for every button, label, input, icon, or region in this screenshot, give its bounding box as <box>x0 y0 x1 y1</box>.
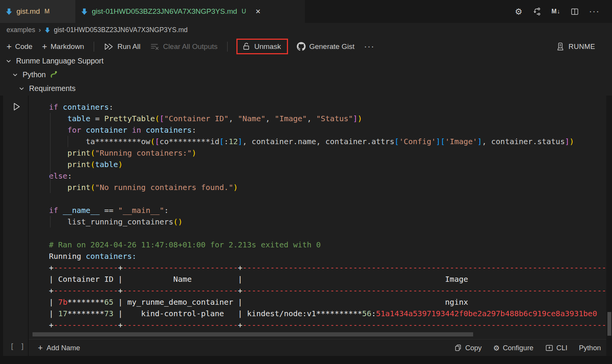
code-token: ( <box>173 217 178 226</box>
code-token: 73 <box>104 309 114 318</box>
code-token: "Name" <box>238 114 265 123</box>
code-line: | 7b********65 | my_runme_demo_container… <box>49 296 606 308</box>
close-icon[interactable]: ✕ <box>255 8 260 16</box>
unmask-button[interactable]: Unmask <box>242 42 281 51</box>
tab-gist-md[interactable]: gist.md M <box>0 0 75 23</box>
code-line: print("No running containers found.") <box>49 182 606 193</box>
code-token: | <box>49 309 58 318</box>
github-icon <box>297 42 306 51</box>
cli-button[interactable]: CLI <box>545 344 568 352</box>
session-sync-icon[interactable] <box>532 7 542 16</box>
plus-icon: + <box>38 343 43 353</box>
generate-gist-button[interactable]: Generate Gist <box>297 42 354 51</box>
code-token <box>99 206 104 215</box>
markdown-preview-icon[interactable]: M↓ <box>552 8 560 15</box>
settings-gear-icon[interactable]: ⚙ <box>515 7 522 16</box>
output-horizontal-scrollbar[interactable] <box>33 332 473 336</box>
code-line: | 17********73 | kind-control-plane | ki… <box>49 308 606 319</box>
code-token: 'Image' <box>445 137 477 146</box>
code-line <box>49 227 606 239</box>
vertical-scrollbar-thumb[interactable] <box>607 312 611 336</box>
section-runme-language-support[interactable]: Runme Language Support <box>5 54 104 67</box>
section-python[interactable]: Python <box>12 68 58 81</box>
code-token: for <box>67 125 81 135</box>
code-line: table = PrettyTable(["Container ID", "Na… <box>49 113 606 124</box>
indent-guide <box>68 136 68 147</box>
code-token: 17 <box>58 309 67 318</box>
add-markdown-button[interactable]: + Markdown <box>42 42 84 51</box>
code-token: + <box>238 320 243 330</box>
code-token: ( <box>155 114 160 123</box>
split-editor-icon[interactable] <box>570 7 579 16</box>
window-bottom-margin <box>0 356 612 364</box>
clear-all-outputs-label: Clear All Outputs <box>163 42 218 51</box>
toolbar-more-icon[interactable]: ··· <box>364 45 375 49</box>
code-token: ********** <box>316 309 362 318</box>
code-token: : <box>192 125 196 135</box>
code-token: | my_runme_demo_container | <box>114 297 243 307</box>
code-token: ) <box>233 183 238 192</box>
code-token: in <box>132 125 141 135</box>
code-token: 'Config' <box>399 137 436 146</box>
section-label: Runme Language Support <box>16 57 104 65</box>
code-token: 12 <box>229 137 238 146</box>
add-code-button[interactable]: + Code <box>7 42 33 51</box>
more-actions-icon[interactable]: ··· <box>589 10 600 13</box>
runme-file-icon <box>5 8 13 15</box>
vertical-scrollbar-track[interactable] <box>606 96 612 356</box>
code-token: ta**********ow <box>86 137 150 146</box>
code-line: print("Running containers:") <box>49 147 606 159</box>
code-token <box>141 125 146 135</box>
add-name-button[interactable]: + Add Name <box>38 343 80 353</box>
copy-label: Copy <box>465 344 482 352</box>
chevron-down-icon[interactable] <box>18 85 25 92</box>
tab-label: gist-01HWD053BZ23JN6VA7X3NGP3YS.md <box>92 7 237 16</box>
red-annotation-box: Unmask <box>236 39 288 54</box>
code-token: : <box>164 206 169 215</box>
chevron-down-icon[interactable] <box>12 72 18 78</box>
toolbar-divider <box>227 42 228 52</box>
configure-button[interactable]: ⚙ Configure <box>493 344 533 352</box>
copy-button[interactable]: Copy <box>454 344 482 352</box>
code-token: ******** <box>67 309 104 318</box>
run-cell-button[interactable] <box>11 101 22 112</box>
code-token: ] <box>238 137 243 146</box>
chevron-down-icon[interactable] <box>5 58 12 64</box>
code-token: ] <box>565 137 570 146</box>
breadcrumb-separator-icon: › <box>39 26 41 34</box>
code-token: 56 <box>362 309 371 318</box>
language-label: Python <box>579 344 601 352</box>
code-token <box>243 275 445 284</box>
language-picker[interactable]: Python <box>579 344 601 352</box>
code-token: "Running containers:" <box>95 148 192 158</box>
code-token: ( <box>90 148 95 158</box>
cell-code-editor[interactable]: if containers: table = PrettyTable(["Con… <box>49 101 606 331</box>
code-token: ------------------------- <box>123 320 238 330</box>
code-token: ] <box>353 114 358 123</box>
code-token: , <box>307 114 316 123</box>
copy-icon <box>454 344 462 352</box>
code-line: print(table) <box>49 159 606 170</box>
code-token: "Container ID" <box>164 114 229 123</box>
breadcrumb-file[interactable]: gist-01HWD053BZ23JN6VA7X3NGP3YS.md <box>54 26 188 34</box>
code-token: __name__ <box>63 206 99 215</box>
indent-guide <box>50 216 50 227</box>
code-token: "Image" <box>275 114 307 123</box>
breadcrumb-folder[interactable]: examples <box>7 26 35 34</box>
runme-file-icon <box>44 27 50 33</box>
code-token: ] <box>477 137 482 146</box>
code-token: == <box>104 206 114 215</box>
code-token: ] <box>436 137 441 146</box>
clear-all-outputs-button[interactable]: Clear All Outputs <box>150 42 218 51</box>
section-requirements[interactable]: Requirements <box>18 82 75 95</box>
section-label: Requirements <box>29 84 75 93</box>
code-token: table <box>95 160 118 169</box>
cli-icon <box>545 344 553 352</box>
code-token: + <box>118 320 123 330</box>
run-all-button[interactable]: Run All <box>104 42 140 51</box>
code-token: ------------------------- <box>123 263 238 272</box>
code-token: [ <box>155 137 160 146</box>
code-token <box>99 114 104 123</box>
tab-gist-generated-md[interactable]: gist-01HWD053BZ23JN6VA7X3NGP3YS.md U ✕ <box>75 0 305 23</box>
code-token: + <box>118 286 123 295</box>
